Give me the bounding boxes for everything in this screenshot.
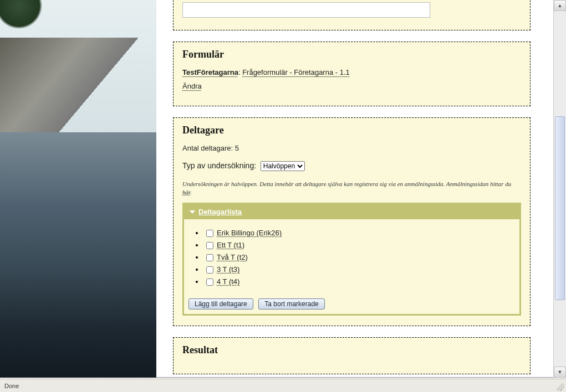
- list-item: Två T (t2): [204, 252, 519, 263]
- sidebar-photo: [0, 0, 156, 378]
- note-text: Undersökningen är halvöppen. Detta inneb…: [182, 180, 511, 187]
- participant-link[interactable]: 3 T (t3): [217, 265, 239, 274]
- participant-link[interactable]: Två T (t2): [217, 253, 248, 261]
- count-prefix: Antal deltagare:: [182, 144, 235, 152]
- remove-selected-button[interactable]: Ta bort markerade: [258, 298, 324, 310]
- resultat-title: Resultat: [182, 344, 521, 356]
- formular-form-link[interactable]: Frågeformulär - Företagarna - 1.1: [242, 68, 350, 76]
- participant-checkbox[interactable]: [206, 230, 213, 237]
- count-value: 5: [235, 144, 239, 152]
- formular-owner-link[interactable]: TestFöretagarna: [182, 68, 238, 76]
- participant-list-header[interactable]: Deltagarlista: [184, 204, 519, 219]
- panel-deltagare: Deltagare Antal deltagare: 5 Typ av unde…: [173, 117, 531, 326]
- chevron-down-icon: [190, 210, 195, 214]
- survey-note: Undersökningen är halvöppen. Detta inneb…: [182, 180, 521, 197]
- deltagare-title: Deltagare: [182, 125, 521, 136]
- add-participant-button[interactable]: Lägg till deltagare: [188, 298, 253, 310]
- vertical-scrollbar[interactable]: ▲ ▼: [553, 0, 566, 378]
- list-item: Erik Billingo (Erik26): [204, 228, 519, 239]
- participant-checkbox[interactable]: [206, 242, 213, 249]
- scrollbar-thumb[interactable]: [555, 116, 565, 300]
- participant-checkbox[interactable]: [206, 278, 213, 286]
- participant-list: Erik Billingo (Erik26) Ett T (t1) Två T …: [204, 228, 519, 287]
- participant-list-header-label: Deltagarlista: [198, 208, 242, 216]
- formular-edit-link[interactable]: Ändra: [182, 82, 202, 90]
- panel-top-cut: [173, 0, 531, 30]
- note-suffix: .: [190, 189, 192, 195]
- main-column: Formulär TestFöretagarna: Frågeformulär …: [173, 0, 531, 378]
- resize-grip-icon[interactable]: [557, 383, 564, 391]
- scroll-down-arrow-icon[interactable]: ▼: [554, 367, 566, 378]
- note-link-har[interactable]: här: [182, 189, 190, 195]
- participant-count: Antal deltagare: 5: [182, 144, 521, 152]
- participant-checkbox[interactable]: [206, 266, 213, 274]
- survey-type-label: Typ av undersökning:: [182, 161, 256, 170]
- list-item: 4 T (t4): [204, 277, 519, 287]
- participant-list-panel: Deltagarlista Erik Billingo (Erik26) Ett…: [182, 203, 521, 316]
- status-bar: Done: [0, 379, 566, 392]
- participant-link[interactable]: Ett T (t1): [217, 241, 244, 249]
- panel-resultat: Resultat: [173, 337, 531, 374]
- panel-formular: Formulär TestFöretagarna: Frågeformulär …: [173, 42, 531, 106]
- participant-link[interactable]: 4 T (t4): [217, 277, 239, 286]
- participant-link[interactable]: Erik Billingo (Erik26): [217, 229, 282, 237]
- list-item: Ett T (t1): [204, 240, 519, 251]
- formular-line: TestFöretagarna: Frågeformulär - Företag…: [182, 68, 521, 76]
- survey-type-select[interactable]: Halvöppen: [261, 161, 305, 171]
- text-input-top[interactable]: [182, 2, 430, 18]
- list-item: 3 T (t3): [204, 265, 519, 275]
- status-text: Done: [4, 383, 19, 389]
- formular-title: Formulär: [182, 49, 521, 60]
- participant-checkbox[interactable]: [206, 254, 213, 261]
- scroll-up-arrow-icon[interactable]: ▲: [554, 0, 566, 11]
